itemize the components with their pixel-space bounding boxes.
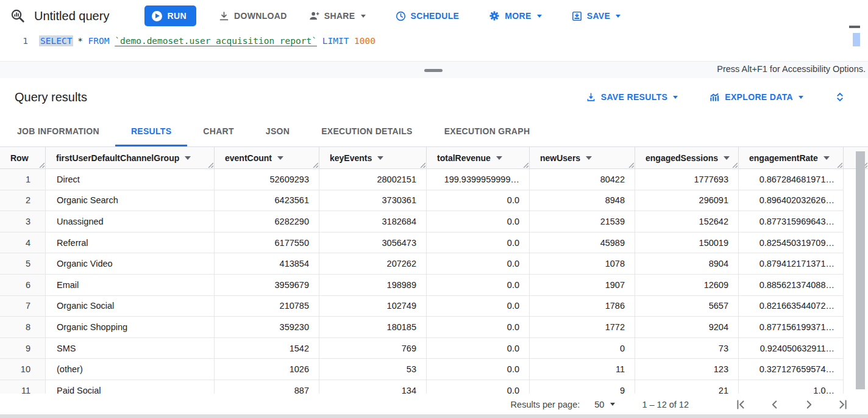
column-menu-caret[interactable] bbox=[185, 156, 191, 160]
column-menu-caret[interactable] bbox=[277, 156, 283, 160]
row-number-cell: 8 bbox=[0, 317, 46, 338]
table-cell: 0.0 bbox=[427, 190, 530, 212]
clock-icon bbox=[395, 10, 407, 22]
column-menu-caret[interactable] bbox=[586, 156, 592, 160]
save-results-button[interactable]: SAVE RESULTS bbox=[579, 86, 684, 108]
row-number-cell: 4 bbox=[0, 232, 46, 254]
table-cell: 1.0… bbox=[739, 380, 844, 394]
column-resize-grip[interactable] bbox=[731, 162, 738, 168]
download-button-label: DOWNLOAD bbox=[234, 11, 287, 21]
chevron-left-icon bbox=[768, 398, 781, 411]
table-cell: 0.0 bbox=[427, 380, 530, 394]
table-cell: Organic Search bbox=[46, 190, 215, 212]
table-cell: 0.0 bbox=[427, 338, 530, 359]
tab-label: CHART bbox=[203, 126, 234, 136]
row-number-cell: 1 bbox=[0, 169, 46, 190]
first-page-icon bbox=[734, 398, 747, 411]
column-menu-caret[interactable] bbox=[824, 156, 830, 160]
gear-icon bbox=[488, 10, 500, 22]
run-button-label: RUN bbox=[167, 11, 187, 21]
play-icon bbox=[152, 11, 162, 21]
sql-editor[interactable]: 1 SELECT * FROM `demo.demoset.user_acqui… bbox=[0, 32, 868, 61]
table-cell: Direct bbox=[46, 169, 215, 190]
tab-results[interactable]: RESULTS bbox=[115, 116, 187, 146]
splitter-drag-handle[interactable] bbox=[424, 69, 443, 72]
next-page-button[interactable] bbox=[802, 398, 816, 411]
explore-data-label: EXPLORE DATA bbox=[725, 92, 793, 102]
table-cell: 3730361 bbox=[319, 190, 427, 212]
table-cell: 21539 bbox=[530, 211, 635, 232]
column-resize-grip[interactable] bbox=[207, 162, 213, 168]
scrollbar-thumb[interactable] bbox=[856, 151, 865, 389]
row-number-cell: 6 bbox=[0, 275, 46, 296]
table-cell: 0.896402032626… bbox=[739, 190, 844, 212]
table-cell: 52609293 bbox=[215, 169, 319, 190]
column-header-firstUserDefaultChannelGroup: firstUserDefaultChannelGroup bbox=[46, 147, 215, 168]
table-cell: Organic Social bbox=[46, 296, 215, 317]
table-reference-link[interactable]: `demo.demoset.user_acquisition_report` bbox=[115, 36, 317, 46]
table-cell: 0.867284681971… bbox=[739, 169, 844, 190]
column-header-engagedSessions: engagedSessions bbox=[635, 147, 739, 168]
column-menu-caret[interactable] bbox=[377, 156, 383, 160]
column-resize-grip[interactable] bbox=[312, 162, 318, 168]
table-cell: 0.327127659574… bbox=[739, 359, 844, 380]
table-cell: 0 bbox=[530, 338, 635, 359]
table-cell: 9204 bbox=[635, 317, 739, 338]
explore-data-button[interactable]: EXPLORE DATA bbox=[702, 86, 809, 108]
row-number-cell: 11 bbox=[0, 380, 46, 394]
table-cell: 3959679 bbox=[215, 275, 319, 296]
more-button[interactable]: MORE bbox=[482, 5, 547, 27]
table-cell: 8948 bbox=[530, 190, 635, 212]
column-label: totalRevenue bbox=[437, 153, 491, 163]
sql-keyword-from: FROM bbox=[88, 36, 110, 46]
query-toolbar: Untitled query RUN DOWNLOAD SHARE SCHEDU… bbox=[0, 0, 868, 32]
column-header-row: Row bbox=[0, 147, 46, 168]
column-menu-caret[interactable] bbox=[496, 156, 502, 160]
table-cell: 1026 bbox=[215, 359, 319, 380]
table-cell: 6177550 bbox=[215, 232, 319, 254]
tab-chart[interactable]: CHART bbox=[187, 116, 250, 146]
column-resize-grip[interactable] bbox=[628, 162, 634, 168]
table-row: 9SMS15427690.00730.924050632911… bbox=[0, 338, 868, 359]
sql-code-line[interactable]: SELECT * FROM `demo.demoset.user_acquisi… bbox=[40, 36, 375, 46]
row-number-cell: 7 bbox=[0, 296, 46, 317]
table-cell: 180185 bbox=[319, 317, 427, 338]
editor-scrollbar-thumb[interactable] bbox=[853, 33, 860, 46]
save-button[interactable]: SAVE bbox=[565, 5, 627, 27]
more-button-label: MORE bbox=[505, 11, 531, 21]
collapse-results-button[interactable] bbox=[828, 86, 852, 108]
table-cell: 207262 bbox=[319, 253, 427, 275]
download-button[interactable]: DOWNLOAD bbox=[212, 5, 293, 27]
tab-label: JSON bbox=[266, 126, 290, 136]
sql-star: * bbox=[77, 36, 83, 46]
table-cell: SMS bbox=[46, 338, 215, 359]
horizontal-scrollbar[interactable] bbox=[0, 414, 868, 418]
save-icon bbox=[571, 10, 583, 22]
save-button-label: SAVE bbox=[587, 11, 611, 21]
table-cell: 21 bbox=[635, 380, 739, 394]
schedule-button[interactable]: SCHEDULE bbox=[389, 5, 466, 27]
column-resize-grip[interactable] bbox=[419, 162, 425, 168]
run-button[interactable]: RUN bbox=[144, 5, 196, 26]
column-resize-grip[interactable] bbox=[38, 162, 44, 168]
tab-execution-details[interactable]: EXECUTION DETAILS bbox=[305, 116, 429, 146]
row-number-cell: 2 bbox=[0, 190, 46, 212]
column-resize-grip[interactable] bbox=[522, 162, 528, 168]
first-page-button[interactable] bbox=[734, 398, 747, 411]
previous-page-button[interactable] bbox=[768, 398, 781, 411]
accessibility-hint: Press Alt+F1 for Accessibility Options. bbox=[717, 64, 866, 74]
column-menu-caret[interactable] bbox=[724, 156, 730, 160]
page-size-select[interactable]: 50 bbox=[594, 400, 615, 409]
table-cell: Email bbox=[46, 275, 215, 296]
column-header-newUsers: newUsers bbox=[530, 147, 635, 168]
table-cell: 0.0 bbox=[427, 232, 530, 254]
tab-execution-graph[interactable]: EXECUTION GRAPH bbox=[429, 116, 546, 146]
column-resize-grip[interactable] bbox=[836, 162, 842, 168]
table-cell: 28002151 bbox=[319, 169, 427, 190]
download-icon bbox=[218, 10, 230, 22]
tab-json[interactable]: JSON bbox=[250, 116, 305, 146]
last-page-button[interactable] bbox=[836, 398, 850, 411]
table-vertical-scrollbar[interactable] bbox=[856, 151, 865, 391]
share-button[interactable]: SHARE bbox=[302, 5, 372, 27]
tab-job-information[interactable]: JOB INFORMATION bbox=[1, 116, 115, 146]
